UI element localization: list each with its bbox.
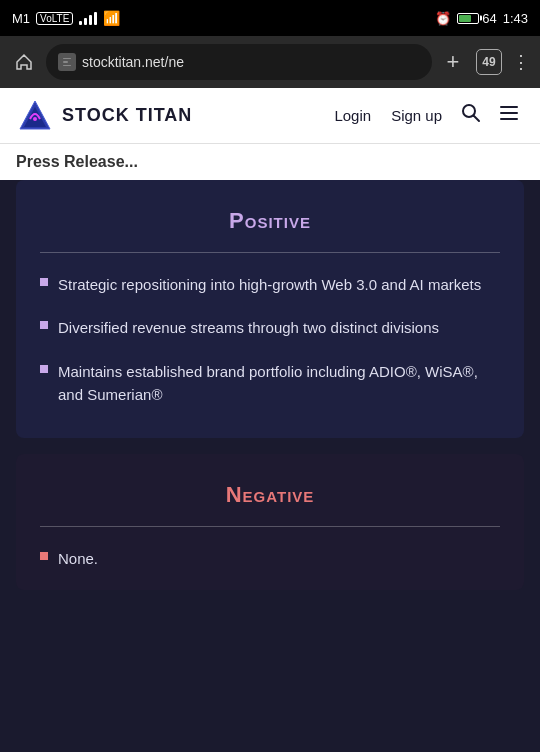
positive-bullet-2: Diversified revenue streams through two … <box>40 316 500 339</box>
positive-bullet-1-text: Strategic repositioning into high-growth… <box>58 273 481 296</box>
svg-line-4 <box>474 116 480 122</box>
negative-section: Negative None. <box>16 454 524 590</box>
positive-bullet-3-text: Maintains established brand portfolio in… <box>58 360 500 407</box>
positive-divider <box>40 252 500 253</box>
address-bar[interactable]: stocktitan.net/ne <box>46 44 432 80</box>
address-text: stocktitan.net/ne <box>82 54 184 70</box>
carrier-label: M1 <box>12 11 30 26</box>
bullet-square-icon <box>40 365 48 373</box>
bullet-square-negative-icon <box>40 552 48 560</box>
bullet-square-icon <box>40 278 48 286</box>
alarm-icon: ⏰ <box>435 11 451 26</box>
signup-link[interactable]: Sign up <box>385 103 448 128</box>
partial-header-text: Press Release... <box>16 153 138 171</box>
status-left: M1 VoLTE 📶 <box>12 10 120 26</box>
network-type-label: VoLTE <box>36 12 73 25</box>
site-security-icon <box>58 53 76 71</box>
time-display: 1:43 <box>503 11 528 26</box>
search-icon[interactable] <box>456 98 486 133</box>
home-button[interactable] <box>10 48 38 76</box>
battery-indicator: 64 <box>457 11 496 26</box>
positive-bullet-1: Strategic repositioning into high-growth… <box>40 273 500 296</box>
status-right: ⏰ 64 1:43 <box>435 11 528 26</box>
new-tab-button[interactable]: + <box>440 49 466 75</box>
wifi-icon: 📶 <box>103 10 120 26</box>
positive-bullet-list: Strategic repositioning into high-growth… <box>40 273 500 406</box>
logo-text: STOCK TITAN <box>62 105 192 126</box>
battery-level: 64 <box>482 11 496 26</box>
negative-title: Negative <box>40 482 500 508</box>
negative-bullet-1: None. <box>40 547 500 570</box>
partial-header: Press Release... <box>0 144 540 180</box>
positive-bullet-2-text: Diversified revenue streams through two … <box>58 316 439 339</box>
negative-divider <box>40 526 500 527</box>
logo-icon <box>16 97 54 135</box>
svg-point-2 <box>33 117 37 121</box>
hamburger-menu-icon[interactable] <box>494 98 524 133</box>
tab-count-button[interactable]: 49 <box>476 49 502 75</box>
negative-bullet-list: None. <box>40 547 500 570</box>
nav-links: Login Sign up <box>328 98 524 133</box>
status-bar: M1 VoLTE 📶 ⏰ 64 1:43 <box>0 0 540 36</box>
positive-bullet-3: Maintains established brand portfolio in… <box>40 360 500 407</box>
bullet-square-icon <box>40 321 48 329</box>
positive-section: Positive Strategic repositioning into hi… <box>16 180 524 438</box>
browser-actions: + 49 ⋮ <box>440 49 530 75</box>
logo-container: STOCK TITAN <box>16 97 192 135</box>
nav-bar: STOCK TITAN Login Sign up <box>0 88 540 144</box>
page-content: Press Release... Positive Strategic repo… <box>0 144 540 704</box>
browser-menu-button[interactable]: ⋮ <box>512 51 530 73</box>
signal-icon <box>79 12 97 25</box>
positive-title: Positive <box>40 208 500 234</box>
browser-chrome: stocktitan.net/ne + 49 ⋮ <box>0 36 540 88</box>
login-link[interactable]: Login <box>328 103 377 128</box>
negative-bullet-1-text: None. <box>58 547 98 570</box>
